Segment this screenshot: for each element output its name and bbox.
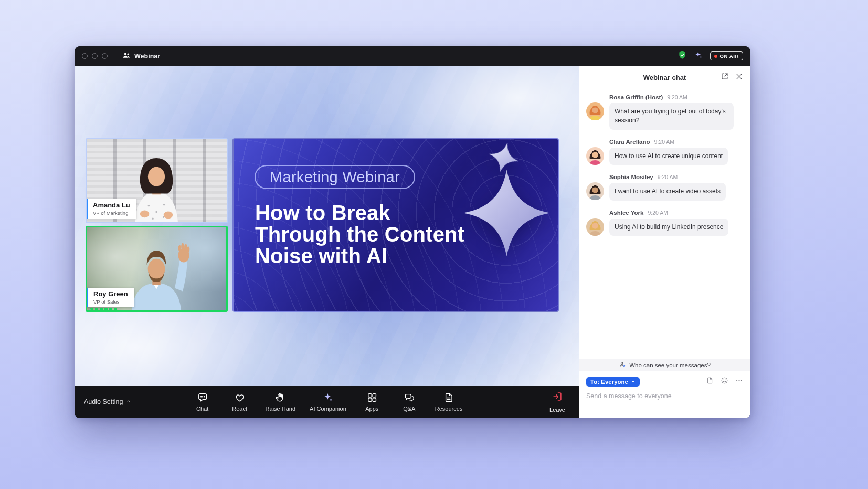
slide-sparkle-shape-large — [463, 170, 550, 256]
on-air-badge: ON AIR — [710, 51, 744, 60]
chat-compose-area: To: Everyone — [579, 371, 750, 418]
emoji-icon[interactable] — [721, 377, 728, 387]
on-air-dot-icon — [714, 55, 717, 58]
security-shield-icon[interactable] — [678, 50, 687, 62]
chat-message: Rosa Griffin (Host) 9:20 AM What are you… — [586, 94, 744, 130]
speaker-tile-amanda[interactable]: Amanda Lu VP of Marketing — [86, 138, 228, 223]
chat-message-input[interactable] — [586, 392, 743, 400]
toolbar-label: Raise Hand — [266, 405, 295, 412]
raise-hand-button[interactable]: Raise Hand — [266, 392, 295, 412]
pop-out-icon[interactable] — [721, 72, 729, 82]
chat-button[interactable]: Chat — [191, 392, 214, 412]
apps-icon — [366, 392, 378, 403]
leave-door-icon — [552, 391, 563, 404]
window-zoom-button[interactable] — [102, 53, 108, 59]
speaker-role: VP of Sales — [93, 299, 128, 305]
chat-message-author: Rosa Griffin (Host) — [609, 94, 663, 100]
chat-message-bubble: Using AI to build my LinkedIn presence — [609, 219, 728, 236]
app-title-group: Webinar — [122, 51, 160, 61]
slide-title-line: Through the Content — [255, 224, 464, 245]
toolbar-center-group: Chat React — [191, 392, 463, 412]
toolbar-label: Chat — [196, 405, 208, 412]
qa-button[interactable]: Q&A — [398, 392, 421, 412]
speaker-name: Amanda Lu — [93, 202, 130, 210]
slide-title-line: How to Break — [255, 202, 464, 224]
chat-message-list[interactable]: Rosa Griffin (Host) 9:20 AM What are you… — [579, 89, 750, 359]
chat-message-bubble: I want to use AI to create video assets — [609, 183, 726, 200]
speaker-tile-roy[interactable]: Roy Green VP of Sales — [86, 226, 228, 312]
chat-message-bubble: What are you trying to get out of today'… — [609, 103, 734, 130]
webinar-chat-panel: Webinar chat — [579, 66, 750, 418]
leave-button[interactable]: Leave — [549, 391, 565, 413]
recipient-label: To: Everyone — [590, 379, 628, 385]
nametag-amanda: Amanda Lu VP of Marketing — [86, 199, 136, 219]
chat-header-icons — [721, 66, 743, 89]
titlebar-status-group: ON AIR — [678, 50, 744, 62]
webinar-people-icon — [122, 51, 131, 61]
privacy-person-icon — [619, 361, 626, 369]
avatar — [586, 182, 604, 200]
speaker-name: Roy Green — [93, 290, 128, 298]
toolbar-label: React — [232, 405, 247, 412]
toolbar-label: Leave — [549, 407, 565, 413]
more-options-icon[interactable] — [735, 377, 743, 387]
window-content: Amanda Lu VP of Marketing — [75, 66, 750, 418]
chevron-up-icon — [126, 398, 131, 405]
chat-footer: Who can see your messages? To: Everyone — [579, 359, 750, 418]
privacy-note-bar[interactable]: Who can see your messages? — [579, 359, 750, 371]
chat-message-author: Ashlee York — [609, 210, 643, 216]
attach-file-icon[interactable] — [706, 377, 714, 387]
react-icon — [234, 392, 246, 403]
chat-message-time: 9:20 AM — [654, 139, 675, 145]
ai-sparkle-icon[interactable] — [694, 50, 703, 62]
chat-header: Webinar chat — [579, 66, 750, 89]
video-stage: Amanda Lu VP of Marketing — [75, 66, 579, 386]
chat-message-bubble: How to use AI to create unique content — [609, 148, 728, 165]
toolbar-label: AI Companion — [310, 405, 346, 412]
chat-message: Ashlee York 9:20 AM Using AI to build my… — [586, 210, 744, 236]
raise-hand-icon — [274, 392, 286, 403]
close-icon[interactable] — [735, 72, 743, 82]
resources-button[interactable]: Resources — [435, 392, 463, 412]
on-air-label: ON AIR — [720, 53, 739, 59]
shared-slide[interactable]: Marketing Webinar How to Break Through t… — [232, 138, 559, 312]
webinar-app-window: Webinar ON AIR — [75, 46, 750, 418]
window-minimize-button[interactable] — [92, 53, 98, 59]
toolbar-label: Resources — [435, 405, 463, 412]
chat-message-time: 9:20 AM — [648, 210, 668, 216]
window-controls — [82, 53, 108, 59]
main-column: Amanda Lu VP of Marketing — [75, 66, 579, 418]
slide-badge: Marketing Webinar — [255, 165, 415, 189]
apps-button[interactable]: Apps — [361, 392, 384, 412]
audio-setting-button[interactable]: Audio Setting — [84, 398, 131, 405]
chat-icon — [197, 392, 208, 403]
avatar — [586, 147, 604, 165]
nametag-roy: Roy Green VP of Sales — [87, 288, 134, 307]
toolbar-label: Q&A — [403, 405, 415, 412]
chat-message-time: 9:20 AM — [667, 94, 687, 100]
chat-message: Sophia Mosiley 9:20 AM I want to use AI … — [586, 174, 744, 200]
toolbar-label: Apps — [365, 405, 378, 412]
privacy-note-text: Who can see your messages? — [629, 362, 711, 368]
chat-message-time: 9:20 AM — [658, 174, 678, 180]
ai-companion-icon — [322, 392, 334, 403]
title-bar: Webinar ON AIR — [75, 46, 750, 66]
react-button[interactable]: React — [228, 392, 251, 412]
window-close-button[interactable] — [82, 53, 88, 59]
app-title: Webinar — [134, 53, 160, 60]
avatar — [586, 218, 604, 236]
speaker-role: VP of Marketing — [93, 210, 130, 216]
recipient-selector[interactable]: To: Everyone — [586, 377, 640, 387]
slide-title: How to Break Through the Content Noise w… — [255, 202, 464, 267]
meeting-toolbar: Audio Setting Chat — [75, 386, 579, 418]
chevron-down-icon — [631, 379, 636, 384]
audio-setting-label: Audio Setting — [84, 398, 123, 405]
ai-companion-button[interactable]: AI Companion — [310, 392, 346, 412]
compose-icons — [706, 377, 743, 387]
slide-title-line: Noise with AI — [255, 245, 464, 267]
speaking-indicator — [90, 308, 118, 310]
chat-message: Clara Arellano 9:20 AM How to use AI to … — [586, 139, 744, 165]
chat-message-author: Clara Arellano — [609, 139, 650, 145]
qa-icon — [404, 392, 415, 403]
chat-message-author: Sophia Mosiley — [609, 174, 653, 180]
